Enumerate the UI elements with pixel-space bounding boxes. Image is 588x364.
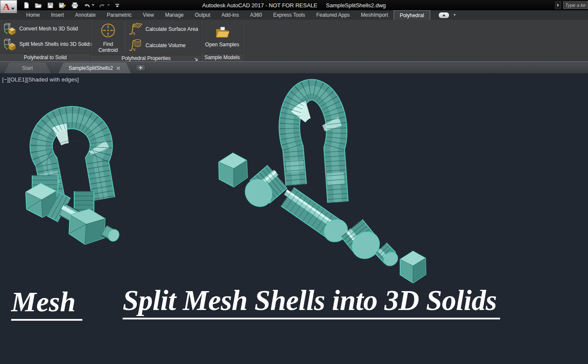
ribbon-minimize-icon xyxy=(439,12,449,18)
file-tab-start[interactable]: Start xyxy=(4,63,51,73)
panel-sample-models: Open Samples Sample Models xyxy=(202,20,243,61)
customize-quick-access-button[interactable] xyxy=(113,2,122,9)
annotation-split-mesh-shells: Split Mesh Shells into 3D Solids xyxy=(123,286,500,319)
new-file-icon xyxy=(23,2,30,9)
ribbon-tab-featured-apps[interactable]: Featured Apps xyxy=(311,10,356,20)
ribbon-tab-annotate[interactable]: Annotate xyxy=(69,10,101,20)
close-tab-button[interactable] xyxy=(116,66,121,70)
open-folder-icon xyxy=(34,2,42,9)
convert-mesh-to-3d-solid-button[interactable]: Convert Mesh to 3D Solid xyxy=(0,21,94,36)
ribbon-toggle-dropdown-icon[interactable] xyxy=(453,14,456,16)
find-centroid-button[interactable]: Find Centroid xyxy=(91,20,125,55)
ribbon-display-toggle[interactable] xyxy=(439,10,456,20)
file-tab-bar: Start SampleSplitShells2 xyxy=(0,61,588,73)
button-label: Convert Mesh to 3D Solid xyxy=(19,26,78,32)
convert-mesh-icon xyxy=(3,22,16,36)
shell-hex-nut xyxy=(219,153,247,187)
undo-arrow-icon xyxy=(83,2,90,9)
save-button[interactable] xyxy=(45,1,55,9)
plus-icon xyxy=(139,66,143,70)
chevron-down-icon xyxy=(11,8,15,10)
plot-button[interactable] xyxy=(69,1,80,9)
title-bar: A xyxy=(0,0,588,10)
ribbon-tab-home[interactable]: Home xyxy=(21,10,45,20)
split-shells-model xyxy=(219,88,426,283)
ribbon-tab-output[interactable]: Output xyxy=(189,10,216,20)
find-centroid-icon xyxy=(99,21,117,39)
ribbon-panel-area: Convert Mesh to 3D Solid xyxy=(0,20,588,61)
ribbon-tab-addins[interactable]: Add-ins xyxy=(216,10,244,20)
document-name-text: SampleSplitShells2.dwg xyxy=(326,2,386,9)
file-tab-samplesplitshells2[interactable]: SampleSplitShells2 xyxy=(58,63,131,73)
button-label: Find Centroid xyxy=(94,41,122,53)
redo-button[interactable] xyxy=(97,1,111,9)
quick-access-toolbar xyxy=(21,1,122,9)
panel-polyhedral-properties: Find Centroid S Calculate Surfa xyxy=(91,20,201,61)
drawing-canvas[interactable] xyxy=(0,73,588,364)
svg-text:V: V xyxy=(133,48,136,52)
redo-arrow-icon xyxy=(99,2,106,9)
infocenter-expand-button[interactable] xyxy=(555,1,561,9)
panel-launcher-icon[interactable] xyxy=(194,57,199,62)
panel-polyhedral-to-solid: Convert Mesh to 3D Solid xyxy=(0,20,90,61)
open-samples-button[interactable]: Open Samples xyxy=(202,20,243,53)
save-as-button[interactable] xyxy=(57,1,68,9)
chevron-right-icon xyxy=(557,3,559,7)
button-label: Open Samples xyxy=(205,42,239,48)
shell-small-cylinder xyxy=(379,248,401,268)
ribbon-empty-area xyxy=(244,20,588,61)
infocenter xyxy=(555,1,588,9)
ribbon-tab-bar: Home Insert Annotate Parametric View Man… xyxy=(0,10,588,20)
viewport-controls-label[interactable]: [−][OLE1][Shaded with edges] xyxy=(2,76,79,83)
split-mesh-shells-button[interactable]: Split Mesh Shells into 3D Solids xyxy=(0,36,94,52)
ribbon-tab-express-tools[interactable]: Express Tools xyxy=(268,10,311,20)
save-as-icon xyxy=(58,2,66,9)
panel-title-sample-models[interactable]: Sample Models xyxy=(202,53,243,61)
shell-bow xyxy=(287,88,341,204)
ribbon-tab-view[interactable]: View xyxy=(137,10,160,20)
new-file-button[interactable] xyxy=(21,1,31,9)
shell-hex-head xyxy=(400,251,426,283)
ribbon-tab-meshimport[interactable]: MeshImport xyxy=(356,10,394,20)
app-title-text: Autodesk AutoCAD 2017 - NOT FOR RESALE xyxy=(202,2,317,9)
autocad-window: A xyxy=(0,0,588,364)
mesh-shackle-model xyxy=(26,114,121,244)
shell-cylinder-2 xyxy=(347,226,385,264)
ribbon-tab-polyhedral[interactable]: Polyhedral xyxy=(394,10,430,20)
printer-icon xyxy=(71,2,79,9)
open-file-button[interactable] xyxy=(33,1,44,9)
application-menu-button[interactable]: A xyxy=(0,0,17,13)
redo-dropdown-icon[interactable] xyxy=(107,4,110,6)
customize-toolbar-icon xyxy=(114,2,121,9)
calculate-surface-area-icon: S xyxy=(128,22,142,36)
annotation-mesh: Mesh xyxy=(11,288,82,321)
bolt-nut xyxy=(69,209,105,244)
button-label: Split Mesh Shells into 3D Solids xyxy=(19,41,92,47)
drawing-viewport: [−][OLE1][Shaded with edges] xyxy=(0,73,588,364)
ribbon-tab-manage[interactable]: Manage xyxy=(160,10,189,20)
infocenter-search-input[interactable] xyxy=(563,1,588,9)
panel-title-polyhedral-to-solid[interactable]: Polyhedral to Solid xyxy=(0,53,90,61)
ribbon-tab-insert[interactable]: Insert xyxy=(45,10,69,20)
calculate-volume-icon: V xyxy=(128,39,142,52)
calculate-surface-area-button[interactable]: S Calculate Surface Area xyxy=(125,21,201,37)
calculate-volume-button[interactable]: V Calculate Volume xyxy=(125,38,201,53)
save-icon xyxy=(47,2,54,9)
svg-text:S: S xyxy=(133,31,135,36)
close-icon xyxy=(116,66,121,70)
button-label: Calculate Surface Area xyxy=(145,26,198,32)
open-samples-folder-icon xyxy=(214,25,230,40)
split-mesh-icon xyxy=(3,37,16,51)
undo-button[interactable] xyxy=(82,1,96,9)
button-label: Calculate Volume xyxy=(145,42,185,48)
new-drawing-tab-button[interactable] xyxy=(136,64,145,71)
panel-title-polyhedral-properties[interactable]: Polyhedral Properties xyxy=(91,55,201,61)
ribbon-tab-a360[interactable]: A360 xyxy=(244,10,268,20)
autocad-logo: A xyxy=(3,2,10,12)
ribbon-tab-parametric[interactable]: Parametric xyxy=(101,10,137,20)
undo-dropdown-icon[interactable] xyxy=(92,4,94,6)
